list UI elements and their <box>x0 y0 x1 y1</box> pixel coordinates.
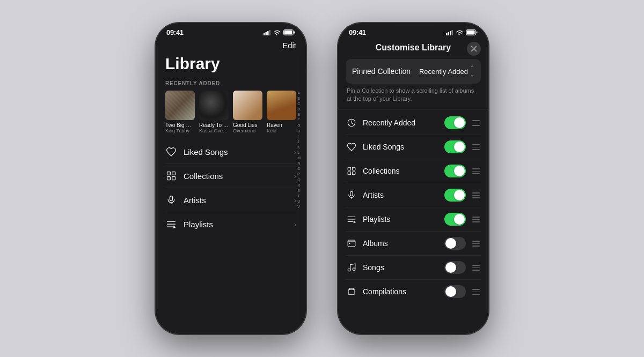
album-artist-4: Kele <box>267 128 296 133</box>
album-item-4[interactable]: Raven Kele <box>267 91 296 133</box>
svg-rect-29 <box>353 172 355 175</box>
chevron-updown-icon: ⌃⌄ <box>470 64 474 78</box>
cust-item-artists[interactable]: Artists <box>346 183 481 207</box>
svg-point-37 <box>348 269 350 272</box>
svg-rect-21 <box>477 32 478 34</box>
customise-screen: Customise Library Pinned Collection Rece… <box>338 39 488 326</box>
collections-cust-label: Collections <box>363 167 439 175</box>
close-button[interactable] <box>467 42 481 56</box>
signal-icon <box>264 30 271 35</box>
toggle-collections[interactable] <box>444 165 466 177</box>
collections-label: Collections <box>184 172 288 181</box>
toggle-recently-added[interactable] <box>444 116 466 129</box>
svg-rect-8 <box>172 172 175 175</box>
divider <box>338 109 488 109</box>
album-art-3 <box>233 91 262 120</box>
cust-item-recently-added[interactable]: Recently Added <box>346 111 481 135</box>
toggle-albums[interactable] <box>444 237 466 250</box>
recently-added-label: RECENTLY ADDED <box>165 80 296 86</box>
svg-rect-3 <box>269 30 271 35</box>
drag-handle-artists[interactable] <box>471 192 481 198</box>
library-list: Liked Songs › Collections › Artists › <box>165 140 296 236</box>
playlists-label: Playlists <box>184 220 288 229</box>
library-item-artists[interactable]: Artists › <box>165 188 296 212</box>
drag-handle-recently-added[interactable] <box>471 120 481 126</box>
svg-rect-7 <box>167 172 171 175</box>
phone-customise: 09:41 Customise Library Pinned Collectio… <box>338 23 488 334</box>
chevron-right-icon-4: › <box>294 220 296 228</box>
phone-library: 09:41 Edit Library RECENTLY ADDED Two Bi… <box>156 23 306 334</box>
album-item-3[interactable]: Good Lies Overmono <box>233 91 262 133</box>
drag-handle-compilations[interactable] <box>471 289 481 295</box>
toggle-artists[interactable] <box>444 189 466 202</box>
toggle-songs[interactable] <box>444 261 466 274</box>
album-art-2 <box>199 91 229 120</box>
drag-handle-albums[interactable] <box>471 241 481 247</box>
customise-list: Recently Added Liked Songs Collections <box>338 111 488 303</box>
playlists-cust-label: Playlists <box>363 215 439 224</box>
library-item-collections[interactable]: Collections › <box>165 164 296 188</box>
drag-handle-collections[interactable] <box>471 168 481 174</box>
pin-description: Pin a Collection to show a scrolling lis… <box>338 87 488 109</box>
compilations-cust-label: Compilations <box>363 287 439 296</box>
liked-songs-cust-label: Liked Songs <box>363 143 439 151</box>
cust-item-liked-songs[interactable]: Liked Songs <box>346 135 481 159</box>
album-item-2[interactable]: Ready To Ball Kassa Overall <box>199 91 229 133</box>
toggle-playlists[interactable] <box>444 213 466 226</box>
cust-item-songs[interactable]: Songs <box>346 256 481 280</box>
album-artist-3: Overmono <box>233 128 262 133</box>
status-bar-1: 09:41 <box>156 23 306 39</box>
playlist-icon <box>165 218 177 230</box>
signal-icon-2 <box>446 30 453 35</box>
album-artist-2: Kassa Overall <box>199 128 229 133</box>
edit-button[interactable]: Edit <box>165 39 296 55</box>
toggle-compilations[interactable] <box>444 285 466 298</box>
artists-label: Artists <box>184 196 288 205</box>
svg-rect-0 <box>264 33 265 35</box>
svg-rect-22 <box>467 31 475 35</box>
cust-item-albums[interactable]: Albums <box>346 232 481 256</box>
note-icon <box>346 262 357 273</box>
album-name-1: Two Big Bull... <box>165 122 195 128</box>
customise-title: Customise Library <box>376 43 451 52</box>
album-art-1 <box>165 91 195 120</box>
time-2: 09:41 <box>349 28 366 36</box>
songs-cust-label: Songs <box>363 263 439 272</box>
albums-cust-label: Albums <box>363 239 439 248</box>
heart-icon-cust <box>346 141 357 153</box>
cust-item-compilations[interactable]: Compilations <box>346 280 481 303</box>
cust-item-collections[interactable]: Collections <box>346 159 481 183</box>
pinned-collection-label: Pinned Collection <box>352 67 411 76</box>
battery-icon-2 <box>466 29 478 35</box>
mic-icon-cust <box>346 189 357 201</box>
library-item-liked-songs[interactable]: Liked Songs › <box>165 140 296 164</box>
wifi-icon <box>274 30 281 35</box>
library-item-playlists[interactable]: Playlists › <box>165 212 296 236</box>
svg-rect-10 <box>172 177 175 180</box>
time-1: 09:41 <box>166 28 184 36</box>
svg-rect-5 <box>294 32 295 34</box>
svg-rect-19 <box>452 30 453 35</box>
pinned-collection-value[interactable]: Recently Added ⌃⌄ <box>419 64 474 78</box>
toggle-liked-songs[interactable] <box>444 140 466 153</box>
album-name-4: Raven <box>267 122 296 128</box>
album-artist-1: King Tubby <box>165 128 195 133</box>
wifi-icon-2 <box>456 30 463 35</box>
drag-handle-playlists[interactable] <box>471 217 481 222</box>
svg-rect-18 <box>450 31 451 35</box>
chevron-right-icon: › <box>294 148 296 156</box>
drag-handle-liked-songs[interactable] <box>471 144 481 150</box>
cust-item-playlists[interactable]: Playlists <box>346 207 481 232</box>
svg-point-38 <box>353 268 355 271</box>
alpha-index: ABCDE FGHIJ KLMNO PQRST UV <box>297 91 301 209</box>
close-icon <box>471 46 477 52</box>
mic-icon <box>165 194 177 206</box>
pinned-collection-row[interactable]: Pinned Collection Recently Added ⌃⌄ <box>346 59 481 84</box>
album-item-1[interactable]: Two Big Bull... King Tubby <box>165 91 195 133</box>
grid-icon-cust <box>346 165 357 177</box>
drag-handle-songs[interactable] <box>471 265 481 271</box>
recently-added-cust-label: Recently Added <box>363 118 439 127</box>
status-icons-1 <box>264 29 295 35</box>
status-bar-2: 09:41 <box>338 23 488 39</box>
stack-icon <box>346 286 357 298</box>
